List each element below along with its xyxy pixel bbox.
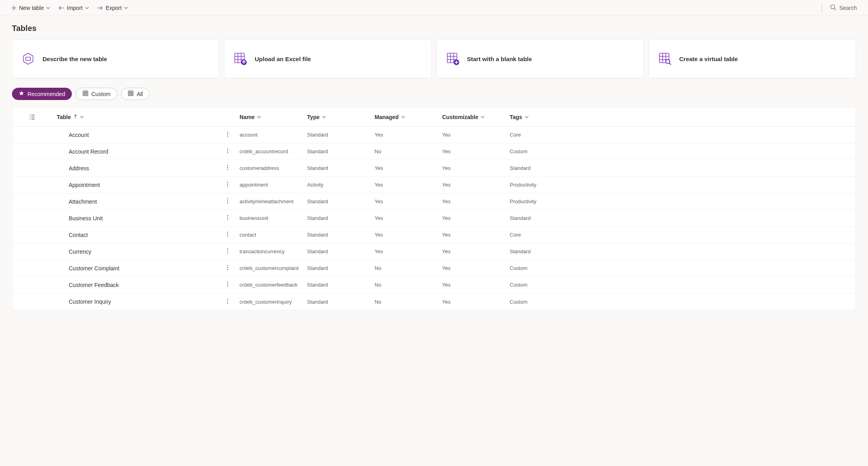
- row-number-icon[interactable]: [12, 114, 52, 120]
- cell-table: Business Unit: [52, 215, 235, 221]
- table-row[interactable]: Account account Standard Yes Yes Core: [12, 127, 856, 143]
- cell-name: customeraddress: [235, 165, 302, 171]
- filter-label: All: [137, 91, 143, 97]
- cell-customizable: Yes: [437, 182, 505, 188]
- cell-managed: Yes: [370, 132, 437, 138]
- card-upload-excel[interactable]: Upload an Excel file: [224, 39, 431, 78]
- cell-managed: Yes: [370, 182, 437, 188]
- table-row[interactable]: Customer Complaint crdeb_customercomplai…: [12, 260, 856, 277]
- table-row[interactable]: Account Record crdeb_accountrecord Stand…: [12, 143, 856, 160]
- grid-icon: [83, 91, 88, 97]
- column-label: Table: [57, 114, 71, 120]
- filter-recommended[interactable]: Recommended: [12, 88, 72, 100]
- export-button[interactable]: Export: [94, 3, 131, 13]
- column-label: Tags: [510, 114, 522, 120]
- cell-name: crdeb_customerinquiry: [235, 299, 302, 305]
- cell-type: Activity: [302, 182, 370, 188]
- cell-tags: Custom: [505, 148, 856, 154]
- filter-pills: Recommended Custom All: [0, 88, 868, 107]
- svg-point-24: [227, 215, 228, 216]
- column-label: Customizable: [442, 114, 478, 120]
- table-row[interactable]: Customer Inquiry crdeb_customerinquiry S…: [12, 293, 856, 310]
- cell-customizable: Yes: [437, 282, 505, 288]
- cell-table-value: Account Record: [69, 148, 108, 155]
- table-row[interactable]: Currency transactioncurrency Standard Ye…: [12, 243, 856, 260]
- svg-point-16: [227, 167, 228, 168]
- cell-customizable: Yes: [437, 299, 505, 305]
- chevron-down-icon: [322, 115, 326, 119]
- svg-point-32: [227, 252, 228, 253]
- column-header-customizable[interactable]: Customizable: [437, 114, 505, 120]
- svg-point-0: [831, 5, 835, 9]
- card-blank-table[interactable]: Start with a blank table: [437, 39, 644, 78]
- svg-point-29: [227, 236, 228, 237]
- more-actions-icon[interactable]: [227, 198, 228, 205]
- more-actions-icon[interactable]: [227, 281, 228, 288]
- table-row[interactable]: Attachment activitymimeattachment Standa…: [12, 193, 856, 210]
- svg-point-30: [227, 248, 228, 249]
- cell-table: Account Record: [52, 148, 235, 155]
- svg-point-39: [227, 298, 228, 299]
- cell-type: Standard: [302, 248, 370, 254]
- chevron-down-icon: [80, 115, 84, 119]
- plus-icon: [11, 5, 17, 11]
- svg-point-18: [227, 182, 228, 183]
- cell-name: account: [235, 132, 302, 138]
- cell-customizable: Yes: [437, 148, 505, 154]
- virtual-table-icon: [657, 51, 673, 67]
- filter-custom[interactable]: Custom: [76, 88, 117, 100]
- cell-name: activitymimeattachment: [235, 198, 302, 204]
- new-table-button[interactable]: New table: [8, 3, 53, 13]
- cell-tags: Productivity: [505, 182, 856, 188]
- svg-point-9: [227, 132, 228, 133]
- more-actions-icon[interactable]: [227, 181, 228, 188]
- cell-type: Standard: [302, 198, 370, 204]
- chevron-down-icon: [124, 5, 128, 11]
- cell-type: Standard: [302, 148, 370, 154]
- svg-point-10: [227, 134, 228, 135]
- cell-table-value: Appointment: [69, 182, 100, 188]
- column-header-type[interactable]: Type: [302, 114, 370, 120]
- import-button[interactable]: Import: [55, 3, 92, 13]
- tables-grid: Table Name Type Managed Customizable Tag…: [12, 107, 856, 310]
- cell-type: Standard: [302, 265, 370, 271]
- cell-type: Standard: [302, 282, 370, 288]
- more-actions-icon[interactable]: [227, 231, 228, 238]
- cell-table: Customer Feedback: [52, 282, 235, 288]
- more-actions-icon[interactable]: [227, 131, 228, 138]
- more-actions-icon[interactable]: [227, 165, 228, 171]
- column-header-managed[interactable]: Managed: [370, 114, 437, 120]
- svg-point-22: [227, 200, 228, 201]
- more-actions-icon[interactable]: [227, 265, 228, 272]
- cell-name: contact: [235, 232, 302, 238]
- export-icon: [97, 5, 103, 11]
- cell-table: Attachment: [52, 198, 235, 205]
- copilot-icon: [20, 51, 36, 67]
- more-actions-icon[interactable]: [227, 215, 228, 221]
- command-bar-left: New table Import Export: [8, 3, 817, 13]
- more-actions-icon[interactable]: [227, 298, 228, 305]
- column-header-name[interactable]: Name: [235, 114, 302, 120]
- card-label: Start with a blank table: [467, 56, 532, 62]
- cell-customizable: Yes: [437, 165, 505, 171]
- more-actions-icon[interactable]: [227, 148, 228, 155]
- column-header-table[interactable]: Table: [52, 114, 235, 120]
- more-actions-icon[interactable]: [227, 248, 228, 255]
- cell-managed: Yes: [370, 232, 437, 238]
- cell-managed: No: [370, 148, 437, 154]
- search-button[interactable]: Search: [827, 2, 860, 13]
- table-row[interactable]: Business Unit businessunit Standard Yes …: [12, 210, 856, 227]
- column-header-tags[interactable]: Tags: [505, 114, 856, 120]
- table-row[interactable]: Address customeraddress Standard Yes Yes…: [12, 160, 856, 177]
- cell-table-value: Address: [69, 165, 89, 171]
- svg-point-23: [227, 202, 228, 203]
- filter-all[interactable]: All: [121, 88, 150, 100]
- svg-point-41: [227, 302, 228, 303]
- table-row[interactable]: Customer Feedback crdeb_customerfeedback…: [12, 277, 856, 293]
- filter-label: Recommended: [27, 91, 65, 97]
- table-row[interactable]: Appointment appointment Activity Yes Yes…: [12, 177, 856, 193]
- chevron-down-icon: [481, 115, 485, 119]
- card-virtual-table[interactable]: Create a virtual table: [649, 39, 856, 78]
- table-row[interactable]: Contact contact Standard Yes Yes Core: [12, 227, 856, 243]
- card-describe-new-table[interactable]: Describe the new table: [12, 39, 219, 78]
